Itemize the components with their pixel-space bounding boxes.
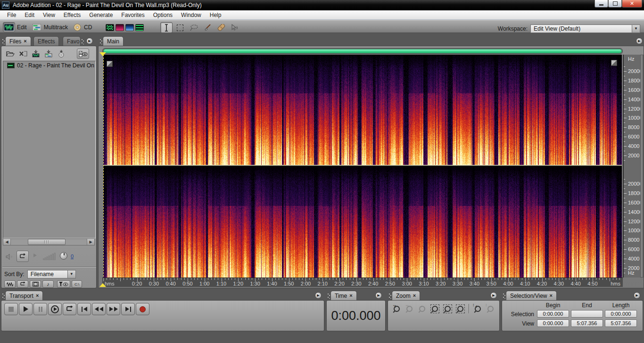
- zoom-panel-menu-button[interactable]: ▶: [490, 292, 497, 299]
- title-bar[interactable]: Au Adobe Audition - 02 - Rage - Paint Th…: [0, 0, 644, 10]
- marquee-selection-tool[interactable]: [174, 22, 186, 33]
- filter-options-button[interactable]: [57, 280, 70, 288]
- playhead-bottom-marker[interactable]: [99, 283, 106, 287]
- minimize-button[interactable]: [594, 0, 608, 8]
- workspace-select[interactable]: Edit View (Default): [530, 24, 632, 33]
- edit-view-label[interactable]: Edit: [17, 24, 27, 31]
- zoom-in-right-edge-button[interactable]: [454, 303, 466, 314]
- selection-length-field[interactable]: 0:00.000: [605, 310, 637, 318]
- multitrack-view-label[interactable]: Multitrack: [44, 24, 68, 31]
- play-button[interactable]: [19, 303, 33, 315]
- close-file-button[interactable]: [17, 49, 29, 59]
- menu-item-view[interactable]: View: [39, 10, 59, 20]
- time-selection-tool[interactable]: [160, 22, 173, 33]
- app-icon[interactable]: Au: [2, 1, 9, 9]
- time-panel-menu-button[interactable]: ▶: [375, 292, 382, 299]
- hscroll-right-arrow[interactable]: ▶: [87, 239, 94, 245]
- zoom-to-selection-button[interactable]: [429, 303, 441, 314]
- playhead-line[interactable]: [103, 55, 104, 278]
- restore-button[interactable]: [608, 0, 622, 8]
- stop-button[interactable]: [4, 303, 18, 315]
- fast-forward-button[interactable]: [107, 303, 120, 315]
- view-spectral-pan-icon[interactable]: [125, 24, 134, 31]
- menu-item-edit[interactable]: Edit: [20, 10, 39, 20]
- tab-favorites[interactable]: Favo: [63, 36, 81, 46]
- vertical-zoom-scrollbar[interactable]: [640, 55, 644, 278]
- tab-selection-view-close-icon[interactable]: ×: [550, 293, 553, 298]
- lasso-selection-tool[interactable]: [188, 22, 200, 33]
- close-button[interactable]: ✕: [622, 0, 642, 8]
- hzoom-thumb[interactable]: [103, 49, 622, 53]
- main-panel-menu-button[interactable]: ▶: [636, 38, 643, 44]
- show-loop-files-toggle[interactable]: [17, 280, 28, 288]
- file-list[interactable]: 02 - Rage - Paint The Devil On T: [3, 61, 96, 238]
- zoom-out-horizontal-button[interactable]: ↔−: [404, 303, 415, 314]
- preview-volume-knob[interactable]: [60, 252, 67, 260]
- selection-end-field[interactable]: [571, 310, 603, 318]
- transport-panel-menu-button[interactable]: ▶: [315, 292, 322, 299]
- view-begin-field[interactable]: 0:00.000: [537, 319, 569, 327]
- spectral-display[interactable]: [103, 55, 622, 278]
- view-length-field[interactable]: 5:07.356: [605, 319, 637, 327]
- tab-zoom-close-icon[interactable]: ×: [413, 293, 416, 298]
- preview-volume-ramp-icon[interactable]: [43, 253, 57, 260]
- view-spectral-frequency-icon[interactable]: [116, 24, 124, 31]
- selview-grip[interactable]: [503, 293, 506, 299]
- main-panel-grip[interactable]: [99, 39, 103, 44]
- tab-transport-close-icon[interactable]: ×: [36, 293, 39, 298]
- file-list-hscrollbar[interactable]: ◀ ▶: [3, 238, 95, 245]
- tab-main[interactable]: Main: [103, 36, 124, 46]
- zoom-grip[interactable]: [388, 293, 392, 299]
- auto-play-icon[interactable]: [5, 253, 14, 260]
- multitrack-view-button[interactable]: [32, 23, 42, 32]
- zoom-in-vertical-button[interactable]: ↕+: [472, 303, 484, 314]
- scrub-tool[interactable]: [229, 22, 241, 33]
- cd-view-button[interactable]: [73, 23, 82, 32]
- view-end-field[interactable]: 5:07.356: [571, 319, 603, 327]
- record-button[interactable]: [136, 303, 149, 315]
- menu-item-file[interactable]: File: [3, 10, 20, 20]
- show-video-files-toggle[interactable]: [30, 280, 41, 288]
- menu-item-help[interactable]: Help: [206, 10, 226, 20]
- menu-item-generate[interactable]: Generate: [85, 10, 117, 20]
- go-to-end-button[interactable]: [121, 303, 135, 315]
- play-looped-button[interactable]: [63, 303, 76, 315]
- preview-play-button[interactable]: [33, 253, 37, 257]
- show-audio-files-toggle[interactable]: [4, 280, 16, 288]
- import-file-button[interactable]: [4, 49, 17, 59]
- tab-files-close-icon[interactable]: ×: [24, 39, 26, 44]
- file-item[interactable]: 02 - Rage - Paint The Devil On T: [3, 61, 95, 69]
- zoom-out-full-button[interactable]: −: [416, 303, 428, 314]
- rewind-button[interactable]: [92, 303, 106, 315]
- zoom-in-horizontal-button[interactable]: ↔+: [391, 303, 403, 314]
- show-options-toggle[interactable]: [77, 49, 89, 59]
- sort-by-select[interactable]: Filename: [27, 270, 68, 278]
- scroll-corner-handle-left[interactable]: [107, 61, 113, 67]
- transport-grip[interactable]: [2, 293, 5, 299]
- selview-panel-menu-button[interactable]: ▶: [634, 292, 640, 299]
- horizontal-zoom-scrollbar[interactable]: [102, 48, 623, 54]
- show-full-path-button[interactable]: C:\: [72, 280, 82, 288]
- frequency-ruler[interactable]: 2000018000160001400012000100008000600040…: [623, 55, 640, 278]
- pause-button[interactable]: [33, 303, 47, 315]
- spectrogram-canvas[interactable]: [103, 55, 622, 278]
- insert-into-multitrack-button[interactable]: [30, 49, 42, 59]
- go-to-beginning-button[interactable]: [77, 303, 91, 315]
- hscroll-thumb[interactable]: [28, 239, 66, 245]
- time-grip[interactable]: [327, 293, 330, 299]
- preview-volume-value[interactable]: 0: [71, 253, 74, 259]
- selection-begin-field[interactable]: 0:00.000: [537, 310, 569, 318]
- files-panel-grip[interactable]: [2, 39, 5, 44]
- view-waveform-icon[interactable]: [106, 24, 114, 31]
- tab-selection-view[interactable]: Selection/View ×: [506, 291, 557, 300]
- tab-transport[interactable]: Transport ×: [5, 291, 43, 300]
- show-midi-files-toggle[interactable]: ♪: [42, 280, 54, 288]
- insert-into-cd-button[interactable]: [55, 49, 67, 59]
- tab-zoom[interactable]: Zoom ×: [392, 291, 420, 300]
- menu-item-options[interactable]: Options: [149, 10, 177, 20]
- view-spectral-phase-icon[interactable]: [135, 24, 144, 31]
- cd-view-label[interactable]: CD: [84, 24, 92, 31]
- insert-into-session-button[interactable]: [42, 49, 55, 59]
- loop-preview-button[interactable]: [17, 251, 29, 262]
- workspace-dropdown-arrow[interactable]: ▼: [632, 24, 640, 33]
